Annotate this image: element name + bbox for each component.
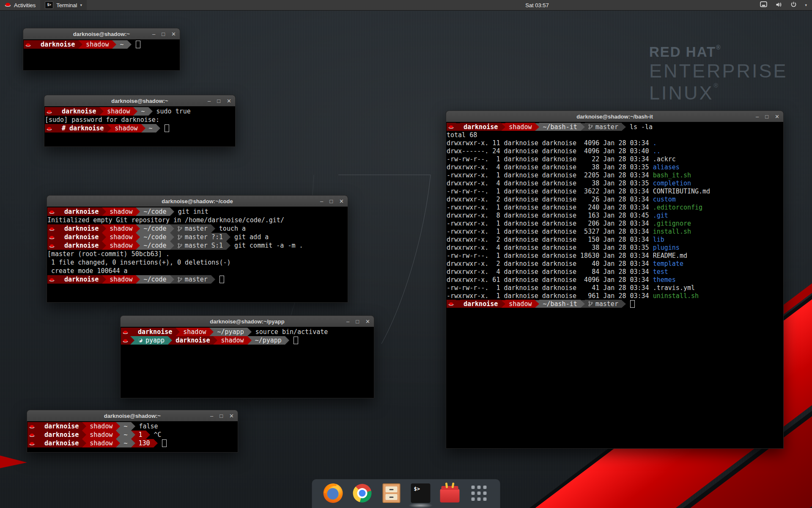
prompt-git-segment: master ?:1 (174, 233, 226, 241)
minimize-button[interactable]: – (208, 98, 211, 104)
powerline-separator-icon (170, 207, 174, 216)
powerline-separator-icon (213, 336, 217, 345)
window-titlebar[interactable]: darknoise@shadow:~–□✕ (44, 95, 235, 107)
prompt-git-segment: master (174, 224, 211, 233)
maximize-button[interactable]: □ (356, 319, 359, 324)
minimize-button[interactable]: – (756, 114, 759, 119)
window-titlebar[interactable]: darknoise@shadow:~/pyapp–□✕ (121, 316, 374, 327)
dock-app-grid-icon[interactable] (468, 482, 490, 504)
output-line: drwxrwxr-x. 61 darknoise darknoise 4096 … (447, 276, 783, 284)
close-button[interactable]: ✕ (365, 319, 370, 324)
prompt-hat-segment (27, 422, 37, 431)
powerline-separator-icon (131, 422, 135, 431)
output-line: drwxrwxr-x. 2 darknoise darknoise 26 Jan… (447, 195, 783, 203)
app-menu-terminal[interactable]: $> Terminal ▾ (40, 0, 87, 10)
window-titlebar[interactable]: darknoise@shadow:~–□✕ (23, 28, 180, 40)
terminal-content[interactable]: darknoiseshadow~/codegit initInitialized… (47, 207, 348, 302)
powerline-separator-icon (622, 300, 626, 308)
prompt-host-segment: shadow (106, 241, 136, 250)
system-status-area[interactable]: ▾ (760, 1, 812, 9)
redhat-prompt-icon (448, 301, 454, 306)
close-button[interactable]: ✕ (171, 31, 176, 37)
close-button[interactable]: ✕ (229, 413, 234, 419)
git-branch-icon (588, 124, 595, 130)
maximize-button[interactable]: □ (162, 31, 165, 37)
redhat-prompt-icon (49, 277, 55, 282)
powerline-separator-icon (209, 328, 214, 336)
filename-dir: themes (653, 276, 676, 284)
prompt-user-segment: darknoise (58, 107, 99, 116)
git-branch-icon (178, 243, 185, 248)
dock-files-icon[interactable] (381, 482, 403, 504)
powerline-separator-icon (102, 233, 106, 241)
prompt-host-segment: shadow (86, 422, 116, 431)
prompt-line: darknoiseshadow~/codemaster ?:1git add a (47, 233, 348, 241)
output-line: drwxrwxr-x. 2 darknoise darknoise 150 Ja… (447, 235, 783, 243)
prompt-line: darknoiseshadow~false (27, 422, 238, 431)
powerline-separator-icon (146, 431, 150, 439)
output-text: -rwxrwxr-x. 1 darknoise darknoise 206 Ja… (447, 220, 653, 227)
powerline-separator-icon (37, 422, 41, 431)
dock-chrome-icon[interactable] (351, 482, 373, 504)
terminal-window-w4: darknoise@shadow:~/pyapp–□✕darknoiseshad… (120, 315, 374, 398)
activities-button[interactable]: Activities (0, 0, 40, 10)
output-text: -rw-rw-r--. 1 darknoise darknoise 3622 J… (447, 188, 653, 195)
window-titlebar[interactable]: darknoise@shadow:~–□✕ (27, 410, 238, 422)
powerline-separator-icon (247, 336, 252, 345)
terminal-content[interactable]: darknoiseshadow~sudo true[sudo] password… (44, 106, 235, 146)
app-menu-label: Terminal (56, 2, 77, 8)
powerline-separator-icon (37, 431, 41, 439)
output-text: total 68 (447, 131, 477, 139)
terminal-content[interactable]: darknoiseshadow~ (23, 39, 180, 70)
desktop: RED HAT® ENTERPRISE LINUX® Activities $>… (0, 0, 812, 508)
minimize-button[interactable]: – (210, 413, 213, 419)
powerline-separator-icon (285, 336, 289, 345)
minimize-button[interactable]: – (320, 199, 323, 204)
output-line: drwxrwxr-x. 4 darknoise darknoise 38 Jan… (447, 179, 783, 187)
prompt-path-segment: ~ (145, 124, 156, 133)
prompt-git-segment: master (174, 275, 211, 284)
powerline-separator-icon (501, 300, 505, 308)
output-line: drwxrwxr-x. 4 darknoise darknoise 38 Jan… (447, 163, 783, 171)
prompt-host-segment: shadow (86, 431, 116, 439)
maximize-button[interactable]: □ (219, 413, 223, 419)
output-text: drwxrwxr-x. 11 darknoise darknoise 4096 … (447, 139, 653, 147)
output-line: drwxrwxr-x. 11 darknoise darknoise 4096 … (447, 139, 783, 147)
window-controls: –□✕ (346, 316, 370, 327)
window-titlebar[interactable]: darknoise@shadow:~/bash-it–□✕ (446, 111, 783, 122)
output-text: -rwxrwxr-x. 1 darknoise darknoise 961 Ja… (447, 292, 653, 300)
prompt-host-segment: shadow (86, 439, 116, 447)
minimize-button[interactable]: – (346, 319, 349, 324)
redhat-prompt-icon (448, 124, 454, 129)
clock[interactable]: Sat 03:57 (505, 2, 569, 8)
redhat-prompt-icon (29, 433, 35, 437)
powerline-separator-icon (226, 241, 230, 250)
git-branch-icon (588, 301, 595, 306)
dock-toolbox-icon[interactable] (439, 482, 461, 504)
terminal-app-icon: $> (45, 1, 53, 9)
output-line: [master (root-commit) 50bcb63] . (47, 250, 348, 258)
terminal-content[interactable]: darknoiseshadow~/pyappsource bin/activat… (121, 327, 374, 398)
prompt-line: darknoiseshadow~/bash-itmaster (447, 300, 783, 308)
terminal-cursor (630, 300, 635, 308)
dock-terminal-icon[interactable]: $> (410, 482, 432, 504)
minimize-button[interactable]: – (152, 31, 155, 37)
window-title: darknoise@shadow:~ (104, 413, 161, 419)
redhat-icon (5, 2, 11, 8)
dock-firefox-icon[interactable] (322, 482, 344, 504)
close-button[interactable]: ✕ (775, 114, 779, 119)
command-text: ^C (154, 431, 162, 439)
prompt-line: darknoiseshadow~/codegit init (47, 207, 348, 216)
close-button[interactable]: ✕ (227, 98, 231, 104)
output-line: -rw-rw-r--. 1 darknoise darknoise 3622 J… (447, 187, 783, 195)
terminal-window-w6: darknoise@shadow:~/bash-it–□✕darknoisesh… (446, 110, 784, 449)
terminal-content[interactable]: darknoiseshadow~falsedarknoiseshadow~1^C… (27, 421, 238, 452)
maximize-button[interactable]: □ (329, 199, 333, 204)
maximize-button[interactable]: □ (765, 114, 768, 119)
output-text: drwxrwxr-x. 4 darknoise darknoise 38 Jan… (447, 244, 653, 251)
window-titlebar[interactable]: darknoise@shadow:~/code–□✕ (47, 196, 348, 207)
maximize-button[interactable]: □ (217, 98, 220, 104)
prompt-user-segment: darknoise (134, 328, 176, 336)
close-button[interactable]: ✕ (339, 199, 344, 204)
terminal-content[interactable]: darknoiseshadow~/bash-itmasterls -latota… (446, 122, 783, 448)
